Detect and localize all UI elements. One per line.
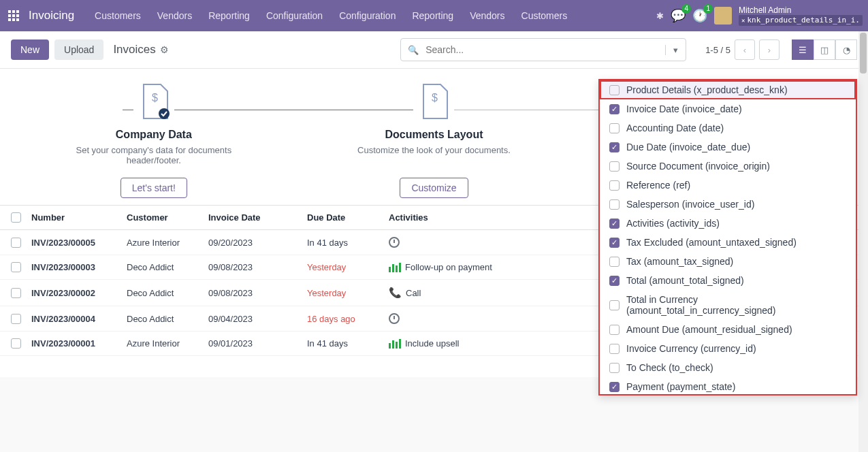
col-activities[interactable]: Activities <box>389 212 579 223</box>
column-option[interactable]: Product Details (x_product_desc_knk) <box>600 80 856 99</box>
pager-next[interactable]: › <box>759 39 779 60</box>
clock-icon[interactable] <box>389 313 400 324</box>
column-option[interactable]: To Check (to_check) <box>600 358 856 377</box>
view-calendar-button[interactable]: ◔ <box>835 39 857 60</box>
option-label: Invoice Currency (currency_id) <box>626 343 756 354</box>
new-button[interactable]: New <box>11 39 49 60</box>
followup-icon[interactable] <box>389 263 401 272</box>
column-option[interactable]: Reference (ref) <box>600 176 856 195</box>
view-kanban-button[interactable]: ◫ <box>814 39 835 60</box>
checkbox-icon <box>609 85 620 95</box>
activity-icon[interactable]: 🕐1 <box>692 8 707 23</box>
top-navbar: InvoicingCustomersVendorsReportingConfig… <box>0 0 868 31</box>
bug-icon[interactable]: ✱ <box>656 11 664 21</box>
cell-customer: Azure Interior <box>127 238 208 248</box>
column-option[interactable]: ✓Due Date (invoice_date_due) <box>600 138 856 157</box>
option-label: Invoice Date (invoice_date) <box>626 103 742 114</box>
cell-customer: Deco Addict <box>127 262 208 272</box>
svg-text:$: $ <box>432 92 438 103</box>
column-option[interactable]: Tax (amount_tax_signed) <box>600 252 856 271</box>
avatar[interactable] <box>714 7 732 25</box>
pager-prev[interactable]: ‹ <box>735 39 755 60</box>
option-label: Reference (ref) <box>626 180 690 191</box>
option-label: To Check (to_check) <box>626 362 713 373</box>
nav-item[interactable]: Reporting <box>200 10 258 21</box>
column-option[interactable]: ✓Invoice Date (invoice_date) <box>600 99 856 118</box>
column-option[interactable]: ✓Total (amount_total_signed) <box>600 271 856 290</box>
messages-icon[interactable]: 💬4 <box>671 8 686 23</box>
checkbox-icon <box>609 161 620 172</box>
column-option[interactable]: Amount Due (amount_residual_signed) <box>600 320 856 339</box>
option-label: Source Document (invoice_origin) <box>626 161 770 172</box>
column-option[interactable]: ✓Activities (activity_ids) <box>600 214 856 233</box>
checkbox-icon <box>609 300 620 310</box>
nav-item[interactable]: Reporting <box>404 10 462 21</box>
gear-icon[interactable]: ⚙ <box>160 44 169 55</box>
clock-icon[interactable] <box>389 237 400 248</box>
option-label: Accounting Date (date) <box>626 123 724 133</box>
search-box[interactable]: 🔍 ▾ <box>400 38 686 61</box>
column-option[interactable]: Invoice Currency (currency_id) <box>600 339 856 358</box>
scrollbar[interactable] <box>858 31 868 452</box>
row-checkbox[interactable] <box>11 314 21 324</box>
upload-button[interactable]: Upload <box>54 39 103 60</box>
nav-item[interactable]: Customers <box>86 10 149 21</box>
select-all-checkbox[interactable] <box>11 212 21 223</box>
card-button[interactable]: Customize <box>400 178 468 198</box>
column-option[interactable]: Total in Currency (amount_total_in_curre… <box>600 290 856 320</box>
phone-icon[interactable]: 📞 <box>389 287 402 299</box>
nav-item[interactable]: Customers <box>513 10 576 21</box>
col-number[interactable]: Number <box>31 212 127 223</box>
cell-date: 09/01/2023 <box>208 338 307 349</box>
apps-icon[interactable] <box>8 9 22 22</box>
search-icon: 🔍 <box>401 45 425 55</box>
card-icon: $ <box>133 81 174 122</box>
cell-due: In 41 days <box>307 338 389 349</box>
card-button[interactable]: Let's start! <box>120 178 187 198</box>
cell-customer: Deco Addict <box>127 288 208 298</box>
option-label: Amount Due (amount_residual_signed) <box>626 324 792 335</box>
option-label: Salesperson (invoice_user_id) <box>626 199 754 210</box>
checkbox-icon <box>609 363 620 373</box>
pager-text: 1-5 / 5 <box>705 45 730 55</box>
column-selector-dropdown[interactable]: Product Details (x_product_desc_knk)✓Inv… <box>598 79 857 396</box>
row-checkbox[interactable] <box>11 288 21 298</box>
checkbox-icon: ✓ <box>609 382 620 392</box>
view-list-button[interactable]: ☰ <box>792 39 814 60</box>
checkbox-icon <box>609 180 620 191</box>
checkbox-icon: ✓ <box>609 142 620 152</box>
breadcrumb: Invoices⚙ <box>113 43 168 56</box>
card-icon: $ <box>413 81 454 122</box>
option-label: Tax Excluded (amount_untaxed_signed) <box>626 237 797 248</box>
nav-item[interactable]: Vendors <box>149 10 200 21</box>
column-option[interactable]: Source Document (invoice_origin) <box>600 157 856 176</box>
user-name[interactable]: Mitchell Admin <box>739 5 863 15</box>
module-tag[interactable]: ✕knk_product_details_in_i. <box>739 15 863 26</box>
cell-date: 09/08/2023 <box>208 288 307 298</box>
column-option[interactable]: ✓Payment (payment_state) <box>600 377 856 396</box>
followup-icon[interactable] <box>389 339 401 349</box>
col-invoice-date[interactable]: Invoice Date <box>208 212 307 223</box>
column-option[interactable]: ✓Tax Excluded (amount_untaxed_signed) <box>600 233 856 252</box>
cell-due: Yesterday <box>307 262 389 272</box>
column-option[interactable]: Accounting Date (date) <box>600 118 856 138</box>
nav-item[interactable]: Vendors <box>462 10 513 21</box>
row-checkbox[interactable] <box>11 262 21 272</box>
row-checkbox[interactable] <box>11 238 21 248</box>
column-option[interactable]: Salesperson (invoice_user_id) <box>600 195 856 214</box>
checkbox-icon <box>609 123 620 133</box>
row-checkbox[interactable] <box>11 338 21 349</box>
cell-due: In 41 days <box>307 238 389 248</box>
col-customer[interactable]: Customer <box>127 212 208 223</box>
col-due-date[interactable]: Due Date <box>307 212 389 223</box>
cell-customer: Deco Addict <box>127 314 208 324</box>
search-input[interactable] <box>425 44 665 55</box>
app-brand[interactable]: Invoicing <box>29 9 74 22</box>
search-dropdown-toggle[interactable]: ▾ <box>665 45 686 55</box>
card-subtitle: Set your company's data for documents he… <box>52 145 256 168</box>
nav-item[interactable]: Configuration <box>331 10 404 21</box>
nav-item[interactable]: Configuration <box>258 10 331 21</box>
option-label: Product Details (x_product_desc_knk) <box>626 84 788 95</box>
cell-number: INV/2023/00004 <box>31 314 127 324</box>
option-label: Total (amount_total_signed) <box>626 275 744 286</box>
